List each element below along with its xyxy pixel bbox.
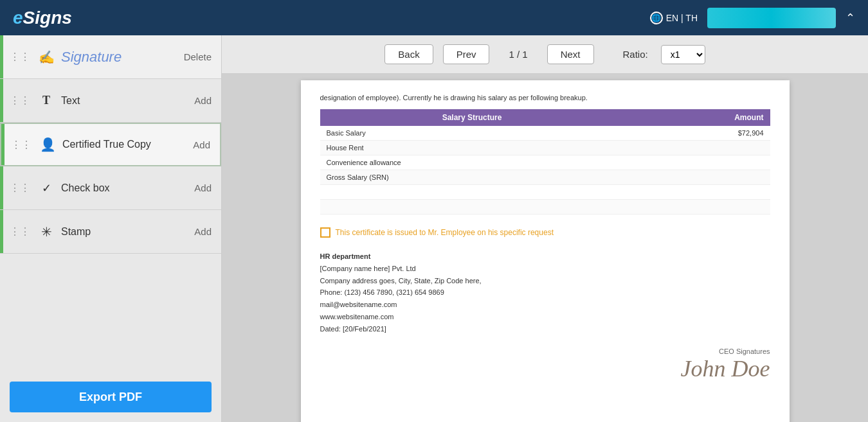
- salary-structure-cell: [320, 185, 624, 200]
- salary-structure-cell: Convenience allowance: [320, 155, 624, 170]
- sidebar-spacer: [0, 254, 221, 375]
- toolbar: Back Prev 1 / 1 Next Ratio: x1 x1.5 x2 x…: [222, 35, 868, 74]
- ceo-label: CEO Signatures: [719, 347, 770, 355]
- cert-checkbox[interactable]: [320, 227, 330, 238]
- salary-amount-cell: [624, 141, 770, 155]
- drag-handle-text[interactable]: ⋮⋮: [10, 94, 30, 107]
- back-button[interactable]: Back: [384, 44, 433, 64]
- header-right: 🌐 EN | TH ⌃: [650, 8, 855, 28]
- ratio-select[interactable]: x1 x1.5 x2 x0.5: [661, 45, 705, 64]
- content-area: Back Prev 1 / 1 Next Ratio: x1 x1.5 x2 x…: [222, 35, 868, 422]
- sidebar-item-stamp[interactable]: ⋮⋮ ✳ Stamp Add: [0, 210, 221, 254]
- sidebar-item-certified-true-copy[interactable]: ⋮⋮ 👤 Certified True Copy Add: [0, 123, 221, 166]
- salary-amount-cell: $72,904: [624, 126, 770, 141]
- header-search-input[interactable]: [707, 8, 836, 28]
- document-area: designation of employee). Currently he i…: [222, 74, 868, 422]
- cert-checkbox-row: This certificate is issued to Mr. Employ…: [320, 227, 770, 238]
- drag-handle-stamp[interactable]: ⋮⋮: [10, 225, 30, 238]
- salary-amount-cell: [624, 185, 770, 200]
- salary-col-structure: Salary Structure: [320, 109, 624, 126]
- header: eSigns 🌐 EN | TH ⌃: [0, 0, 868, 35]
- sidebar-accent-checkbox: [0, 166, 3, 209]
- sidebar-accent: [0, 35, 3, 78]
- table-row: Gross Salary (SRN): [320, 170, 770, 185]
- table-row: Convenience allowance: [320, 155, 770, 170]
- add-button-checkbox[interactable]: Add: [194, 182, 212, 193]
- globe-icon: 🌐: [650, 12, 663, 24]
- sidebar-item-checkbox[interactable]: ⋮⋮ ✓ Check box Add: [0, 166, 221, 210]
- sidebar-label-certified: Certified True Copy: [62, 139, 193, 150]
- table-row: Basic Salary $72,904: [320, 126, 770, 141]
- salary-table: Salary Structure Amount Basic Salary $72…: [320, 109, 770, 215]
- delete-button-signature[interactable]: Delete: [184, 51, 212, 62]
- export-pdf-button[interactable]: Export PDF: [10, 382, 212, 412]
- cert-text: This certificate is issued to Mr. Employ…: [336, 228, 554, 237]
- hr-address: Company address goes, City, State, Zip C…: [320, 275, 770, 287]
- signature-section: CEO Signatures John Doe: [320, 347, 770, 382]
- hr-department: HR department [Company name here] Pvt. L…: [320, 251, 770, 335]
- sidebar-label-checkbox: Check box: [61, 182, 194, 194]
- table-row: House Rent: [320, 141, 770, 155]
- sidebar-item-text[interactable]: ⋮⋮ T Text Add: [0, 79, 221, 123]
- drag-handle-checkbox[interactable]: ⋮⋮: [10, 182, 30, 194]
- drag-handle-signature[interactable]: ⋮⋮: [10, 51, 30, 63]
- add-button-text[interactable]: Add: [194, 95, 212, 106]
- sidebar-accent-certified: [1, 124, 5, 165]
- doc-intro-text: designation of employee). Currently he i…: [320, 93, 770, 103]
- ceo-name: John Doe: [681, 355, 770, 382]
- text-icon: T: [37, 94, 56, 107]
- hr-website: www.websitename.com: [320, 311, 770, 323]
- ratio-label: Ratio:: [623, 49, 648, 60]
- salary-col-amount: Amount: [624, 109, 770, 126]
- hr-company: [Company name here] Pvt. Ltd: [320, 263, 770, 275]
- checkbox-icon: ✓: [37, 181, 56, 195]
- salary-amount-cell: [624, 200, 770, 215]
- signature-icon: ✍: [37, 49, 56, 65]
- salary-structure-cell: Gross Salary (SRN): [320, 170, 624, 185]
- page-indicator: 1 / 1: [499, 45, 537, 64]
- app-logo: eSigns: [13, 8, 72, 28]
- salary-amount-cell: [624, 155, 770, 170]
- salary-structure-cell: House Rent: [320, 141, 624, 155]
- salary-structure-cell: [320, 200, 624, 215]
- sidebar-accent-stamp: [0, 210, 3, 253]
- table-row: [320, 185, 770, 200]
- next-button[interactable]: Next: [547, 44, 594, 64]
- hr-email: mail@websitename.com: [320, 299, 770, 311]
- sidebar-label-signature: Signature: [61, 49, 184, 66]
- certified-icon: 👤: [38, 137, 57, 152]
- main-layout: ⋮⋮ ✍ Signature Delete ⋮⋮ T Text Add ⋮⋮ 👤…: [0, 35, 868, 422]
- hr-date: Dated: [20/Feb/2021]: [320, 323, 770, 335]
- sidebar-label-stamp: Stamp: [61, 226, 194, 238]
- add-button-certified[interactable]: Add: [193, 139, 210, 150]
- table-row: [320, 200, 770, 215]
- document-page: designation of employee). Currently he i…: [301, 80, 790, 422]
- drag-handle-certified[interactable]: ⋮⋮: [11, 139, 32, 151]
- chevron-up-icon[interactable]: ⌃: [845, 11, 855, 25]
- stamp-icon: ✳: [37, 224, 56, 240]
- prev-button[interactable]: Prev: [443, 44, 490, 64]
- salary-structure-cell: Basic Salary: [320, 126, 624, 141]
- sidebar-label-text: Text: [61, 95, 194, 107]
- sidebar-accent-text: [0, 79, 3, 122]
- hr-title: HR department: [320, 251, 770, 263]
- add-button-stamp[interactable]: Add: [194, 226, 212, 237]
- language-text: EN | TH: [666, 13, 698, 23]
- sidebar-item-signature[interactable]: ⋮⋮ ✍ Signature Delete: [0, 35, 221, 79]
- logo-text-2: Signs: [23, 8, 72, 28]
- sidebar: ⋮⋮ ✍ Signature Delete ⋮⋮ T Text Add ⋮⋮ 👤…: [0, 35, 222, 422]
- logo-text: e: [13, 8, 23, 28]
- language-selector[interactable]: 🌐 EN | TH: [650, 12, 698, 24]
- hr-phone: Phone: (123) 456 7890, (321) 654 9869: [320, 286, 770, 299]
- salary-amount-cell: [624, 170, 770, 185]
